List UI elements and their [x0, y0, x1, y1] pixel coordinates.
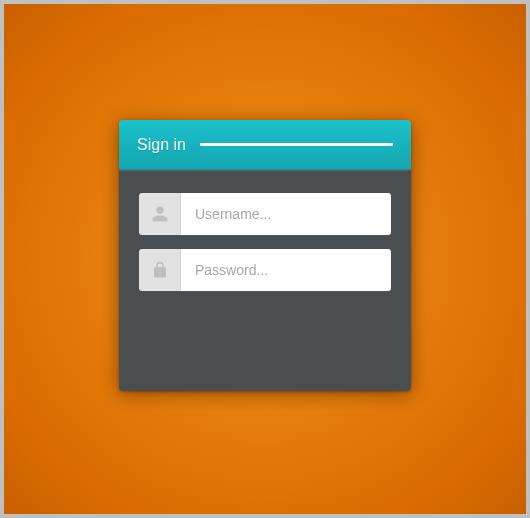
- username-field-wrapper: [139, 193, 391, 235]
- password-field-wrapper: [139, 249, 391, 291]
- username-input[interactable]: [181, 193, 391, 235]
- password-input[interactable]: [181, 249, 391, 291]
- signin-body: [119, 170, 411, 391]
- lock-icon: [139, 249, 181, 291]
- app-backdrop: Sign in: [4, 4, 526, 514]
- header-divider: [200, 143, 393, 146]
- signin-card: Sign in: [119, 120, 411, 391]
- signin-header: Sign in: [119, 120, 411, 170]
- signin-title: Sign in: [137, 136, 186, 154]
- user-icon: [139, 193, 181, 235]
